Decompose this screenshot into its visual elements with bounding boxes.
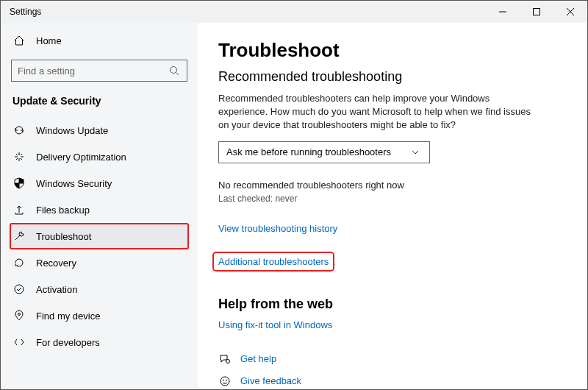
feedback-icon [218, 375, 232, 388]
sidebar-item-label: Recovery [36, 258, 76, 269]
link-fixit[interactable]: Using fix-it tool in Windows [218, 319, 332, 330]
search-icon [168, 64, 181, 77]
delivery-icon [12, 150, 26, 163]
description-text: Recommended troubleshooters can help imp… [218, 92, 542, 132]
link-give-feedback[interactable]: Give feedback [240, 375, 301, 386]
recovery-icon [12, 256, 26, 269]
sidebar: Home Update & Security Windows Update [1, 23, 198, 389]
link-troubleshoot-history[interactable]: View troubleshooting history [218, 223, 337, 234]
troubleshoot-dropdown[interactable]: Ask me before running troubleshooters [218, 141, 430, 163]
svg-point-10 [223, 380, 224, 380]
sidebar-item-label: Delivery Optimization [36, 152, 126, 163]
sidebar-item-label: Windows Security [36, 178, 112, 189]
sidebar-item-label: For developers [36, 337, 100, 348]
chevron-down-icon [409, 146, 422, 159]
backup-icon [12, 203, 26, 216]
maximize-button[interactable] [520, 1, 553, 23]
last-checked-text: Last checked: never [218, 194, 567, 204]
svg-point-9 [220, 377, 229, 386]
developer-icon [12, 336, 26, 349]
page-title: Troubleshoot [218, 39, 567, 62]
sidebar-item-activation[interactable]: Activation [1, 276, 198, 302]
link-additional-troubleshooters[interactable]: Additional troubleshooters [214, 253, 333, 270]
check-circle-icon [12, 283, 26, 296]
home-nav[interactable]: Home [1, 27, 198, 54]
section-title: Update & Security [1, 89, 198, 117]
sidebar-item-label: Windows Update [36, 125, 108, 136]
status-text: No recommended troubleshooters right now [218, 180, 567, 191]
sidebar-item-windows-update[interactable]: Windows Update [1, 117, 198, 143]
sidebar-item-label: Files backup [36, 205, 90, 216]
svg-line-5 [176, 73, 179, 76]
close-button[interactable] [553, 1, 587, 23]
home-icon [12, 34, 26, 47]
dropdown-value: Ask me before running troubleshooters [226, 146, 409, 157]
svg-point-7 [18, 313, 21, 316]
minimize-button[interactable] [486, 1, 520, 23]
sidebar-item-label: Find my device [36, 311, 100, 322]
window-title: Settings [1, 7, 41, 17]
help-heading: Help from the web [218, 297, 567, 312]
search-field[interactable] [18, 65, 168, 77]
sidebar-item-for-developers[interactable]: For developers [1, 329, 198, 355]
location-icon [12, 309, 26, 322]
sync-icon [12, 124, 26, 137]
wrench-icon [12, 230, 26, 243]
section-subtitle: Recommended troubleshooting [218, 69, 567, 85]
sidebar-item-windows-security[interactable]: Windows Security [1, 170, 198, 196]
titlebar: Settings [1, 1, 587, 23]
sidebar-item-find-my-device[interactable]: Find my device [1, 302, 198, 329]
sidebar-item-label: Troubleshoot [36, 231, 91, 242]
svg-point-8 [226, 359, 230, 363]
get-help-icon [218, 352, 232, 366]
content-pane: Troubleshoot Recommended troubleshooting… [198, 23, 587, 389]
sidebar-item-recovery[interactable]: Recovery [1, 249, 198, 276]
sidebar-item-troubleshoot[interactable]: Troubleshoot [10, 223, 189, 249]
sidebar-item-label: Activation [36, 284, 77, 295]
shield-icon [12, 177, 26, 190]
svg-point-6 [15, 285, 24, 294]
link-get-help[interactable]: Get help [240, 353, 276, 364]
sidebar-item-delivery-optimization[interactable]: Delivery Optimization [1, 143, 198, 170]
svg-rect-1 [534, 9, 540, 15]
search-input[interactable] [11, 60, 187, 82]
sidebar-item-files-backup[interactable]: Files backup [1, 196, 198, 223]
svg-point-4 [171, 67, 177, 74]
home-label: Home [36, 35, 62, 46]
svg-point-11 [226, 380, 227, 380]
